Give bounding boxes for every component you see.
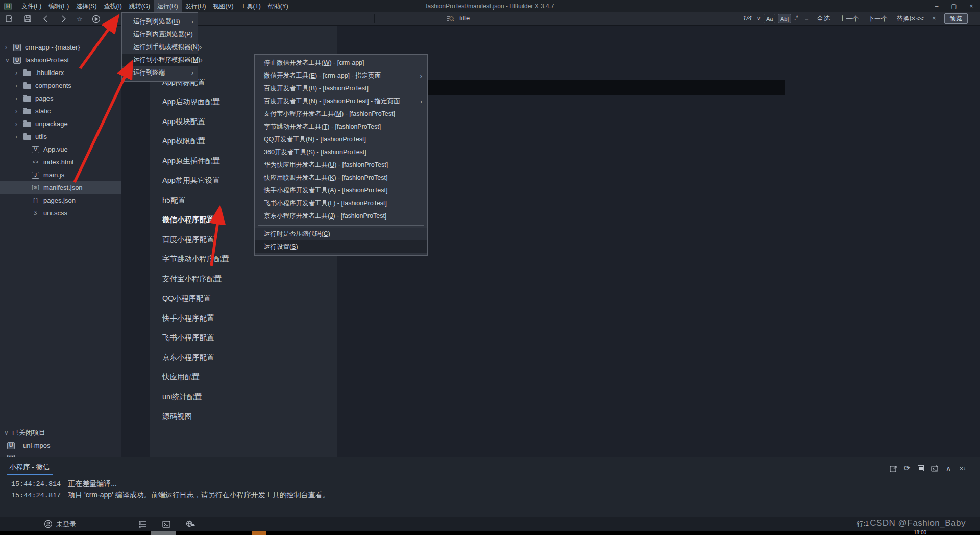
maximize-button[interactable]: ▢ [945, 0, 963, 12]
menu-item[interactable]: 查找(I) [100, 0, 125, 12]
regex-button[interactable]: .* [794, 14, 798, 21]
chevron-icon[interactable]: › [15, 69, 23, 77]
status-bar: 未登录 行:1 CSDN @Fashion_Baby [0, 517, 980, 531]
tree-row[interactable]: › .hbuilderx [0, 66, 121, 79]
favorite-icon[interactable]: ☆ [75, 14, 85, 24]
submenu-item[interactable]: 字节跳动开发者工具(T) - [fashionProTest] [255, 120, 427, 133]
submenu-item[interactable]: 360开发者工具(S) - [fashionProTest] [255, 146, 427, 159]
tree-row[interactable]: [ ] pages.json [0, 194, 121, 207]
manifest-section-item[interactable]: 快应用配置 [150, 368, 337, 387]
close-console-icon[interactable]: ×↓ [958, 463, 968, 473]
tree-row[interactable]: › U crm-app - {master} [0, 41, 121, 54]
menu-item[interactable]: 选择(S) [72, 0, 100, 12]
minimize-button[interactable]: – [928, 0, 945, 12]
find-prev-button[interactable]: 上一个 [839, 14, 859, 23]
network-icon[interactable] [186, 517, 195, 531]
manifest-section-item[interactable]: 源码视图 [150, 407, 337, 427]
menu-item[interactable]: 视图(V) [209, 0, 237, 12]
tree-row[interactable]: [⚙] manifest.json [0, 181, 121, 194]
tree-row[interactable]: › static [0, 105, 121, 117]
chevron-icon[interactable]: › [5, 44, 13, 51]
restart-icon[interactable]: ⟳ [902, 463, 912, 473]
closed-project-row[interactable]: U uni-mpos [0, 439, 121, 452]
select-all-button[interactable]: 全选 [817, 14, 830, 23]
chevron-icon[interactable]: › [15, 108, 23, 115]
tree-row[interactable]: S uni.scss [0, 207, 121, 220]
tree-row[interactable]: › utils [0, 130, 121, 143]
menu-item[interactable]: 帮助(Y) [264, 0, 292, 12]
manifest-section-item[interactable]: 快手小程序配置 [150, 308, 337, 328]
login-status[interactable]: 未登录 [56, 517, 76, 531]
close-button[interactable]: × [963, 0, 980, 12]
tree-row[interactable]: ∨ U fashionProTest [0, 54, 121, 66]
open-log-icon[interactable] [888, 463, 898, 473]
save-icon[interactable] [22, 14, 33, 24]
submenu-item[interactable]: 运行设置(S) [255, 240, 427, 253]
user-icon[interactable] [44, 517, 53, 531]
whole-word-button[interactable]: Ab| [778, 14, 791, 23]
forward-icon[interactable] [58, 14, 68, 24]
submenu-item[interactable]: 快应用联盟开发者工具(K) - [fashionProTest] [255, 172, 427, 184]
submenu-item[interactable]: 微信开发者工具(E) - [crm-app] - 指定页面 › [255, 69, 427, 82]
submenu-item[interactable]: 支付宝小程序开发者工具(M) - [fashionProTest] [255, 108, 427, 120]
submenu-item[interactable]: QQ开发者工具(N) - [fashionProTest] [255, 133, 427, 146]
preview-button[interactable]: 预览 [944, 13, 968, 24]
submenu-item[interactable]: 飞书小程序开发者工具(L) - [fashionProTest] [255, 197, 427, 210]
console-tab-weixin[interactable]: 小程序 - 微信 [9, 463, 50, 472]
collapse-icon[interactable]: ∧ [943, 463, 953, 473]
run-icon[interactable] [91, 14, 101, 24]
closed-project-label: uni-mpos [23, 442, 50, 449]
run-menu-item[interactable]: 运行到内置浏览器(P) [122, 28, 198, 41]
tree-row[interactable]: J main.js [0, 168, 121, 181]
submenu-item[interactable]: 百度开发者工具(N) - [fashionProTest] - 指定页面 › [255, 95, 427, 108]
menu-item[interactable]: 运行(R) [154, 0, 182, 12]
tree-item-label: fashionProTest [25, 56, 69, 64]
submenu-item[interactable]: 京东小程序开发者工具(J) - [fashionProTest] [255, 210, 427, 223]
chevron-icon[interactable]: › [15, 120, 23, 128]
find-next-button[interactable]: 下一个 [868, 14, 888, 23]
submenu-item[interactable]: 华为快应用开发者工具(U) - [fashionProTest] [255, 159, 427, 172]
tree-row[interactable]: › components [0, 79, 121, 92]
submenu-item[interactable]: 停止微信开发者工具(W) - [crm-app] [255, 57, 427, 69]
submenu-item[interactable]: 百度开发者工具(B) - [fashionProTest] [255, 82, 427, 95]
tree-row[interactable]: › unpackage [0, 117, 121, 130]
new-file-icon[interactable] [4, 14, 14, 24]
match-case-button[interactable]: Aa [764, 14, 775, 23]
search-query[interactable]: title [459, 14, 470, 22]
menu-item[interactable]: 编辑(E) [45, 0, 72, 12]
menu-item[interactable]: 文件(F) [18, 0, 45, 12]
chevron-icon[interactable]: › [15, 95, 23, 102]
lines-filter-icon[interactable]: ≡ [805, 14, 809, 22]
close-search-icon[interactable]: × [932, 14, 936, 22]
submenu-item[interactable]: 运行时是否压缩代码(C) [255, 228, 427, 240]
closed-projects-header[interactable]: ∨ 已关闭项目 [0, 426, 121, 439]
run-menu-item[interactable]: 运行到小程序模拟器(M) › [122, 54, 198, 66]
new-window-icon[interactable] [929, 463, 940, 473]
back-icon[interactable] [41, 14, 51, 24]
manifest-section-item[interactable]: 京东小程序配置 [150, 348, 337, 368]
tree-row[interactable]: › pages [0, 92, 121, 105]
chevron-icon[interactable]: › [15, 133, 23, 140]
menu-item[interactable]: 发行(U) [182, 0, 210, 12]
submenu-item[interactable] [255, 223, 427, 228]
submenu-item[interactable]: 快手小程序开发者工具(A) - [fashionProTest] [255, 184, 427, 197]
run-menu-item[interactable]: 运行到浏览器(B) › [122, 15, 198, 28]
replace-toggle-button[interactable]: 替换区<< [896, 14, 924, 23]
manifest-section-item[interactable]: 飞书小程序配置 [150, 328, 337, 348]
manifest-section-item[interactable]: QQ小程序配置 [150, 289, 337, 309]
chevron-icon[interactable]: ∨ [5, 57, 13, 64]
chevron-down-icon[interactable]: ∨ [757, 16, 761, 21]
folder-icon [23, 122, 31, 127]
menu-item[interactable]: 跳转(G) [126, 0, 154, 12]
manifest-section-item[interactable]: uni统计配置 [150, 387, 337, 407]
chevron-icon[interactable]: › [15, 82, 23, 89]
tree-row[interactable]: <> index.html [0, 156, 121, 168]
menu-item[interactable]: 工具(T) [237, 0, 264, 12]
stop-icon[interactable] [916, 463, 926, 473]
run-menu-item[interactable]: 运行到终端 › [122, 66, 198, 79]
tree-row[interactable]: V App.vue [0, 143, 121, 156]
terminal-icon[interactable] [162, 517, 170, 531]
outline-list-icon[interactable] [139, 517, 147, 531]
run-menu-item[interactable]: 运行到手机或模拟器(N) › [122, 41, 198, 54]
manifest-section-item[interactable]: 支付宝小程序配置 [150, 269, 337, 289]
